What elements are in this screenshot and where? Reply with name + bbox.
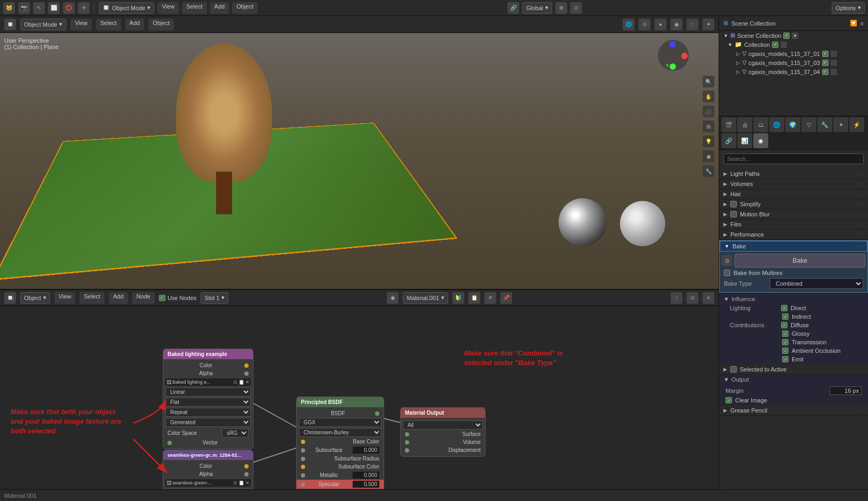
vis-cb2[interactable]: ✓ [822,60,829,66]
surface-socket[interactable] [405,432,409,437]
tab-data[interactable]: 📊 [737,133,752,148]
prop-search-input[interactable] [723,153,864,164]
direct-cb[interactable]: ✓ [781,305,787,311]
grid-icon[interactable]: ⊞ [703,120,714,132]
select-btn[interactable]: Select [96,19,121,30]
output-header[interactable]: ▼ Output [719,375,868,384]
viewport-overlay-icon[interactable]: ⊙ [639,19,650,30]
tab-physics[interactable]: ⚡ [849,117,864,132]
prop-edit-icon[interactable]: ⊙ [570,2,582,14]
volumes-section[interactable]: ▶ Volumes ⋮⋮ [719,179,868,189]
mesh-item-2[interactable]: ▷ ▽ cgaxis_models_115_37_03 ✓ [719,58,868,67]
s-interp-dropdown[interactable]: Linear [165,488,251,489]
render-cb2[interactable] [831,60,837,66]
viewport-shading-icon[interactable]: 🌐 [623,19,634,30]
light-paths-section[interactable]: ▶ Light Paths ⋮⋮ [719,169,868,179]
prop-scroll-area[interactable]: ▶ Light Paths ⋮⋮ ▶ Volumes ⋮⋮ ▶ Hair ⋮⋮ [719,168,868,489]
light-icon[interactable]: 💡 [703,135,714,147]
bake-button[interactable]: Bake [735,254,865,268]
displacement-socket[interactable] [405,448,409,452]
tab-output[interactable]: 🖨 [737,117,752,132]
node-img-btn3[interactable]: ✕ [245,379,250,385]
vis-cb[interactable]: ✓ [772,42,778,48]
scene-collection-item[interactable]: ▼ ⊞ Scene Collection ✓ ● [719,31,868,40]
bake-section-header[interactable]: ▼ Bake ⋮⋮ [720,241,867,252]
sub-color-socket[interactable] [301,465,305,469]
ao-cb[interactable]: ✓ [782,348,789,354]
emit-cb[interactable]: ✓ [782,356,789,362]
pin-icon[interactable]: 📌 [500,292,512,304]
render-toggle[interactable]: ● [792,33,798,39]
slot-dropdown[interactable]: Slot 1 ▾ [201,292,228,304]
simplify-section[interactable]: ▶ Simplify ⋮⋮ [719,199,868,209]
node-img-btn1[interactable]: ⊙ [233,379,237,385]
mesh-item-1[interactable]: ▷ ▽ cgaxis_models_115_37_01 ✓ [719,49,868,58]
visibility-checkbox[interactable]: ✓ [783,33,790,39]
node-filter-icon[interactable]: ≡ [703,292,714,304]
node-view-btn[interactable]: View [54,292,76,304]
baked-lighting-node[interactable]: Baked lighting example Color Alpha [163,349,253,449]
pan-icon[interactable]: ✋ [703,91,714,102]
sub-radius-socket[interactable] [301,457,305,461]
view-btn[interactable]: View [70,19,92,30]
bake-type-dropdown[interactable]: Combined Diffuse Glossy Transmission Amb… [770,278,863,289]
render-cb1[interactable] [831,51,837,57]
extension-dropdown[interactable]: Flat [165,398,251,407]
tab-view-layer[interactable]: 🗂 [753,117,768,132]
s-btn1[interactable]: ⊙ [233,480,237,486]
viewport-type-icon[interactable]: 🔲 [4,19,16,30]
film-section[interactable]: ▶ Film ⋮⋮ [719,220,868,230]
diffuse-cb[interactable]: ✓ [781,322,787,328]
camera-icon[interactable]: 🎥 [703,106,714,117]
circle-select-icon[interactable]: ⭕ [63,2,75,14]
s-btn3[interactable]: ✕ [245,480,250,486]
cursor-icon[interactable]: ↖ [33,2,45,14]
specular-socket[interactable] [301,482,305,487]
collection-item[interactable]: ▼ 📁 Collection ✓ [719,40,868,49]
navigation-gizmo[interactable]: X Y Z [657,39,692,74]
rendered-icon[interactable]: ✦ [703,19,714,30]
interpolation-dropdown[interactable]: Linear [165,387,251,397]
outliner-filter-icon[interactable]: ≡ [861,20,864,27]
s-alpha-socket[interactable] [244,472,249,476]
node-image-row[interactable]: 🖼 Baked lighting e... ⊙ 📋 ✕ [165,378,251,386]
filter-icon[interactable]: 🔽 [850,20,857,27]
copy-icon[interactable]: 📋 [468,292,480,304]
node-overlay-icon[interactable]: ⊙ [687,292,698,304]
transform-dropdown[interactable]: Global ▾ [522,2,552,14]
wireframe-icon[interactable]: ◌ [687,19,698,30]
node-editor[interactable]: Baked lighting example Color Alpha [0,306,719,489]
indirect-cb[interactable]: ✓ [782,313,789,320]
s-image-row[interactable]: 🖼 seamless-green-... ⊙ 📋 ✕ [165,479,251,487]
material-icon[interactable]: ◉ [703,150,714,162]
volume-socket[interactable] [405,440,409,445]
simplify-checkbox[interactable] [730,201,737,207]
bake-multires-cb[interactable] [724,270,730,276]
object-btn[interactable]: Object [148,19,174,30]
vis-cb3[interactable]: ✓ [822,69,829,75]
view-menu[interactable]: View [157,2,179,14]
principled-bsdf-node[interactable]: Principled BSDF BSDF GGX Christensen-Bur… [296,397,384,489]
metallic-socket[interactable] [301,473,305,478]
object-mode-dropdown[interactable]: Object Mode ▾ [20,19,66,30]
vis-cb1[interactable]: ✓ [822,51,829,57]
tab-particles[interactable]: ✦ [833,117,848,132]
node-node-btn[interactable]: Node [132,292,155,304]
margin-value[interactable]: 16 px [830,386,862,395]
blender-logo-icon[interactable]: 🐱 [3,2,15,14]
use-nodes-toggle[interactable]: ✓ Use Nodes [159,295,196,301]
s-color-socket[interactable] [244,464,249,468]
solid-icon[interactable]: ◉ [671,19,682,30]
vector-in-socket[interactable] [168,441,172,445]
subsurface-socket[interactable] [301,448,305,452]
snap-icon[interactable]: 🔗 [507,2,519,14]
ggx-dropdown[interactable]: GGX [299,418,381,427]
material-dropdown[interactable]: Material.001 ▾ [403,292,448,304]
color-space-dropdown[interactable]: sRGB [222,429,249,438]
influence-header[interactable]: ▼ Influence [719,294,868,304]
clear-image-cb[interactable]: ✓ [726,397,732,403]
zoom-icon[interactable]: 🔍 [703,76,714,87]
tab-modifiers[interactable]: 🔧 [817,117,832,132]
grease-pencil-section[interactable]: ▶ Grease Pencil ⋮⋮ [719,406,868,416]
shield-icon[interactable]: 🔰 [452,292,464,304]
